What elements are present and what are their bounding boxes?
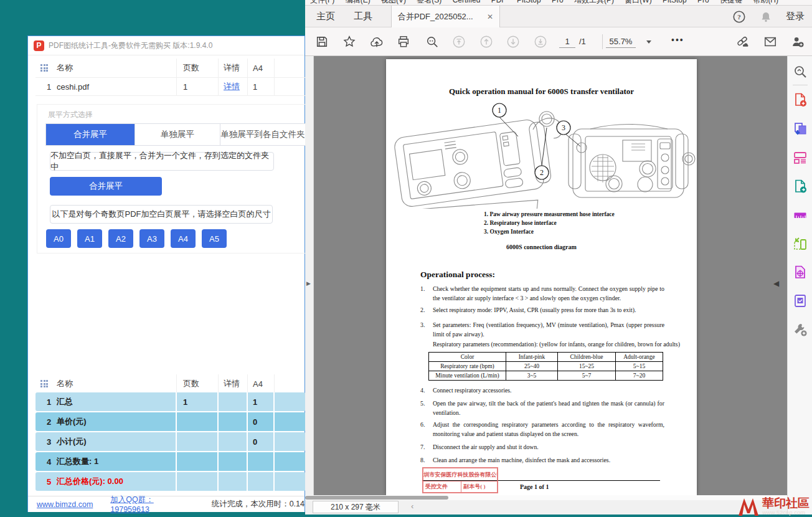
more-options-icon[interactable]: ••• [671, 35, 684, 45]
legend-item: 2. Respiratory hose interface [484, 219, 615, 227]
app-logo-icon: P [34, 40, 44, 51]
drag-grid-icon [40, 380, 48, 387]
flatten-mode-label: 展平方式选择 [48, 110, 93, 120]
diagram-caption: 6000S connection diagram [386, 244, 697, 250]
email-icon[interactable] [763, 35, 777, 49]
viewer-statusbar: 210 x 297 毫米 ‹ [305, 500, 787, 515]
merge-flatten-button[interactable]: 合并展平 [50, 177, 162, 196]
summary-row-subtotal: 3小计(元) 0 [35, 432, 306, 451]
size-a1-button[interactable]: A1 [77, 229, 102, 248]
login-button[interactable]: 登录 [786, 11, 805, 22]
zoom-dropdown-icon[interactable] [646, 40, 651, 44]
param-cell: 5~15 [616, 362, 663, 371]
first-page-icon[interactable] [452, 35, 466, 49]
scroll-left-icon[interactable]: ‹ [411, 501, 413, 511]
file-table-header: 名称 页数 详情 A4 [35, 59, 306, 77]
add-tools-icon[interactable] [793, 322, 808, 337]
company-stamp: 深圳市安保医疗科技股份有限公司 受控文件 副本号( ) [422, 467, 498, 493]
step-7: 7.Disconnect the air supply and shut it … [420, 443, 664, 452]
legend-item: 3. Oxygen Interface [484, 227, 615, 236]
step-4: 4.Connect respiratory accessories. [420, 386, 664, 396]
col-a4: A4 [248, 374, 275, 393]
viewer-toolbar: 1 /1 55.7% ••• [305, 27, 812, 56]
stamp-copy-number: 副本号( ) [461, 481, 497, 492]
size-a5-button[interactable]: A5 [202, 229, 227, 248]
website-link[interactable]: www.bimzd.com [37, 500, 93, 509]
save-icon[interactable] [315, 35, 329, 49]
param-cell: Respiratory rate (bpm) [429, 362, 506, 371]
callout-3: 3 [562, 123, 565, 132]
step-6: 6.Adjust the corresponding respiratory p… [420, 420, 664, 439]
tab-home[interactable]: 主页 [316, 6, 335, 27]
measure-icon[interactable] [793, 207, 808, 222]
menu-items[interactable]: 文件(F) 编辑(E) 视图(V) 签名(S) Certified PDF Pi… [310, 0, 812, 6]
size-a4-button[interactable]: A4 [171, 229, 196, 248]
zoom-level-input[interactable]: 55.7% [606, 35, 636, 48]
last-page-icon[interactable] [534, 35, 547, 49]
close-tab-icon[interactable]: ✕ [487, 12, 493, 21]
blank-page-note: 以下是对每个奇数页PDF加空白页展平，请选择空白页的尺寸 [50, 205, 273, 224]
page-total-label: /1 [579, 37, 586, 46]
tab-separate-folders-flatten[interactable]: 单独展平到各自文件夹 [220, 124, 305, 145]
organize-pages-icon[interactable] [793, 150, 808, 165]
merge-description: 不加空白页，直接展平，合并为一个文件，存到选定的文件夹中 [50, 152, 274, 171]
collapse-panel-icon[interactable]: ◀ [773, 279, 779, 288]
notification-bell-icon[interactable] [760, 10, 772, 24]
search-tools-icon[interactable] [793, 64, 808, 79]
svg-text:?: ? [737, 13, 741, 21]
tab-merge-flatten[interactable]: 合并展平 [46, 124, 135, 145]
size-a0-button[interactable]: A0 [46, 229, 71, 248]
expand-panel-icon[interactable]: ▶ [306, 280, 311, 287]
menu-bar[interactable]: 文件(F) 编辑(E) 视图(V) 签名(S) Certified PDF Pi… [305, 0, 812, 6]
watermark-name: 華印社區 [762, 497, 810, 510]
horizontal-scrollbar[interactable] [305, 495, 787, 500]
parameters-note: Respiratory parameters (recommendation):… [433, 341, 680, 348]
flatten-mode-tabs: 合并展平 单独展平 单独展平到各自文件夹 [45, 123, 306, 146]
step-2: 2.Select respiratory mode: IPPV, Assist,… [420, 306, 664, 315]
next-page-icon[interactable] [506, 35, 520, 49]
diagram-legend: 1. Paw airway pressure measurement hose … [484, 210, 615, 236]
star-icon[interactable] [342, 35, 356, 49]
file-name: ceshi.pdf [57, 82, 89, 92]
search-icon[interactable] [425, 35, 439, 49]
legend-item: 1. Paw airway pressure measurement hose … [484, 210, 615, 219]
document-tab-title: 合并PDF_2025052... [398, 11, 473, 22]
previous-page-icon[interactable] [479, 35, 493, 49]
combine-files-icon[interactable] [793, 121, 808, 136]
step-5: 5.Open the paw airway, tilt the back of … [420, 399, 664, 417]
scrollbar-thumb[interactable] [305, 496, 448, 500]
param-header: Infant-pink [506, 353, 558, 362]
page-size-label: 210 x 297 毫米 [313, 501, 399, 513]
add-user-icon[interactable] [791, 35, 805, 49]
watermark-logo-icon [737, 496, 762, 517]
tab-separate-flatten[interactable]: 单独展平 [135, 124, 220, 145]
create-pdf-icon[interactable] [793, 92, 808, 107]
param-cell: 15~25 [558, 362, 616, 371]
operational-process-heading: Operational process: [420, 270, 495, 280]
share-upload-icon[interactable] [370, 35, 384, 49]
size-a3-button[interactable]: A3 [139, 229, 164, 248]
file-table-row[interactable]: 1 ceshi.pdf 1 详情 1 [35, 77, 306, 96]
callout-2: 2 [540, 168, 544, 177]
app-titlebar: P PDF图纸统计工具-免费软件无需购买 版本:1.9.4.0 [28, 36, 304, 55]
export-pdf-icon[interactable] [793, 179, 808, 194]
qq-group-link[interactable]: 加入QQ群：197959613 [110, 495, 184, 514]
param-header: Color [429, 353, 506, 362]
help-icon[interactable]: ? [732, 10, 746, 24]
print-production-icon[interactable] [793, 265, 808, 280]
print-icon[interactable] [397, 35, 410, 49]
page-number-input[interactable]: 1 [559, 35, 575, 48]
param-cell: 3~5 [506, 371, 558, 381]
document-area: ▶ Quick operation manual for 6000S trans… [305, 56, 787, 495]
step-1: 1.Check whether the equipment starts up … [420, 285, 664, 303]
crop-pages-icon[interactable] [793, 236, 808, 251]
left-nav-strip[interactable] [305, 56, 314, 495]
detail-link[interactable]: 详情 [224, 81, 240, 92]
tab-document[interactable]: 合并PDF_2025052... ✕ [391, 6, 500, 27]
watermark: 華印社區 www.52cnp.com [737, 496, 810, 517]
share-link-icon[interactable] [735, 35, 749, 49]
tab-tools[interactable]: 工具 [354, 6, 372, 27]
size-a2-button[interactable]: A2 [108, 229, 133, 248]
param-cell: 7~20 [616, 371, 663, 381]
prepare-form-icon[interactable] [793, 293, 808, 308]
